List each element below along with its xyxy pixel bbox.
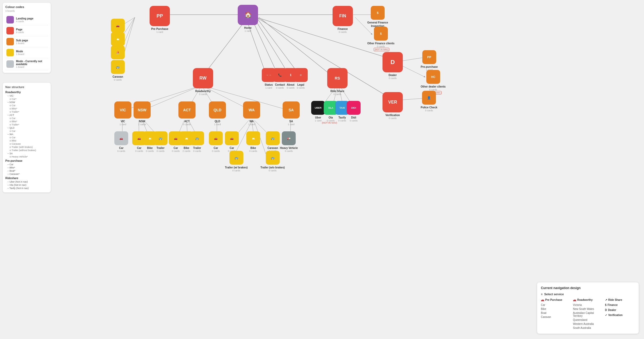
vic-node[interactable]: VIC VIC 1 card [114, 101, 131, 126]
wa-car-label: Car [230, 146, 234, 150]
color-item-page: Page 9 cards [5, 25, 48, 36]
other-dealer-label: Other dealer clients [421, 85, 446, 88]
nsw-bike-label: Bike [147, 146, 153, 150]
legal-count: 0 cards [297, 86, 305, 89]
act-count: 0 cards [183, 123, 191, 126]
taxify-count: 0 cards [338, 119, 346, 122]
nav-panel-columns: 🚗 Pre Purchase Car Bike Boat Caravan 🚗 R… [541, 298, 635, 330]
wa-bike-node[interactable]: 🏍 Bike 0 cards [246, 131, 260, 152]
wa-trailer-nb-node[interactable]: 🚌 Trailer (w/o brakes) 0 cards [260, 151, 285, 172]
wa-trailer-b-node[interactable]: 🚌 Trailer (w/ brakes) 0 cards [225, 151, 248, 172]
vic-label: VIC [121, 120, 125, 123]
sidebar-subtitle: 3 boards [5, 10, 48, 12]
nsw-car-count: 0 cards [135, 150, 143, 152]
dealer-node[interactable]: D Dealer 0 cards [383, 52, 403, 80]
qld-car-node[interactable]: 🚗 Car 0 cards [209, 131, 223, 152]
menu-icon: ≡ [541, 293, 542, 296]
wa-label: WA [249, 120, 254, 123]
home-label: Home [244, 26, 252, 30]
sa-heavy-node[interactable]: 🚛 Heavy Vehicle 0 cards [280, 131, 298, 152]
police-check-label: Police Check [421, 106, 437, 109]
vic-car-icon: 🚗 [114, 131, 128, 145]
landing-count: 4 cards [16, 20, 33, 23]
nav-structure-sidebar: Nav structure Roadworthy – VIC o Car* – … [3, 83, 51, 192]
police-check-icon: 👤 [422, 91, 436, 105]
act-node[interactable]: ACT ACT 0 cards [178, 101, 196, 126]
about-count: 0 cards [287, 86, 295, 89]
mode-na-label: Mode - Currently not available [16, 60, 47, 66]
nav-section-rideshare: Rideshare [5, 177, 48, 180]
didi-count: 0 cards [350, 119, 358, 122]
other-finance-node[interactable]: $ Other Finance clients 0 cards (NOT IN … [367, 27, 395, 51]
finance-count: 0 cards [339, 31, 347, 33]
didi-node[interactable]: DIDI Didi 0 cards [347, 101, 361, 122]
finance-node[interactable]: FIN Finance 0 cards [333, 6, 353, 33]
nav-col-roadworthy: 🚗 Roadworthy Victoria New South Wales Au… [573, 298, 603, 330]
uber-label: Uber [315, 116, 321, 119]
nsw-count: 2 cards [138, 123, 146, 126]
home-count: 1 card [244, 30, 251, 32]
wa-trailer-b-icon: 🚌 [229, 151, 243, 165]
act-trailer-icon: 🚌 [190, 131, 204, 145]
wa-trailer-nb-label: Trailer (w/o brakes) [260, 166, 285, 169]
mode-count: 1 board [16, 53, 24, 56]
legal-label: Legal [297, 83, 304, 86]
pre-purchase-node[interactable]: PP Pre Purchase 1 card [150, 6, 170, 33]
roadworthy-node[interactable]: RW Roadworthy 0 cards [193, 68, 213, 96]
act-icon: ACT [178, 101, 196, 119]
caravan-pp-count: 0 cards [114, 78, 122, 81]
dealer-label: Dealer [389, 73, 397, 77]
verification-count: 0 cards [389, 117, 397, 120]
uber-node[interactable]: UBER Uber 1 card [311, 101, 325, 122]
nsw-trailer-node[interactable]: 🚌 Trailer 0 cards [154, 131, 167, 152]
nsw-trailer-count: 0 cards [157, 150, 165, 152]
pre-purchase-dealer-node[interactable]: PP Pre-purchase 1 card [421, 50, 438, 71]
qld-car-icon: 🚗 [209, 131, 223, 145]
police-check-node[interactable]: 👤 Police Check 0 cards [421, 91, 437, 112]
qld-node[interactable]: QLD QLD 1 card [209, 101, 226, 126]
subpage-label: Sub page [16, 39, 28, 42]
vic-car-node[interactable]: 🚗 Car 6 cards [114, 131, 128, 152]
wa-trailer-nb-icon: 🚌 [266, 151, 280, 165]
wa-caravan-node[interactable]: 🚌 Caravan 2 cards [266, 131, 280, 152]
nav-section-roadworthy: Roadworthy [5, 91, 48, 94]
qld-car-count: 0 cards [212, 150, 220, 152]
mode-swatch [6, 49, 14, 56]
act-car-label: Car [174, 146, 178, 150]
home-node[interactable]: 🏠 Home 1 card [238, 5, 258, 32]
page-label: Page [16, 28, 24, 31]
nsw-node[interactable]: NSW NSW 2 cards [134, 101, 151, 126]
not-in-nav-badge: (NOT IN NAV) [374, 48, 389, 51]
wa-bike-icon: 🏍 [246, 131, 260, 145]
legal-node[interactable]: ≡ Legal 0 cards [294, 68, 308, 89]
sa-node[interactable]: SA SA 1 card [283, 101, 300, 126]
nav-col-rideshare-header: ↗ Ride Share [605, 298, 635, 301]
act-bike-label: Bike [184, 146, 189, 150]
pre-purchase-dealer-icon: PP [422, 50, 436, 64]
ride-share-icon: RS [327, 68, 348, 88]
uber-count: 1 card [315, 119, 321, 122]
wa-car-node[interactable]: 🚗 Car 0 cards [225, 131, 239, 152]
other-dealer-icon: HC [426, 70, 440, 84]
wa-trailer-nb-count: 0 cards [269, 169, 277, 172]
about-label: About [287, 83, 295, 86]
qld-count: 1 card [214, 123, 221, 126]
uber-icon: UBER [311, 101, 325, 115]
wa-icon: WA [243, 101, 260, 119]
ride-share-node[interactable]: RS Ride Share 0 cards [327, 68, 348, 96]
verification-node[interactable]: VER Verification 0 cards [383, 92, 403, 120]
wa-node[interactable]: WA WA 1 card [243, 101, 260, 126]
police-check-count: 0 cards [425, 109, 433, 112]
nav-col-finance-header: $ Finance [605, 303, 635, 306]
wa-bike-label: Bike [250, 146, 256, 150]
mode-na-count: 1 board [16, 66, 47, 68]
act-trailer-node[interactable]: 🚌 Trailer 0 cards [190, 131, 204, 152]
landing-swatch [6, 16, 14, 23]
nav-col-verification-header: ✓ Verification [605, 314, 635, 317]
nav-section-prepurchase: Pre-purchase [5, 159, 48, 162]
pre-purchase-dealer-label: Pre-purchase [421, 65, 438, 69]
dealer-icon: D [383, 52, 403, 72]
caravan-pp-node[interactable]: 🚌 Caravan 0 cards [111, 60, 125, 81]
bike-pp-icon: 🏍 [111, 32, 125, 46]
wa-trailer-b-count: 0 cards [232, 169, 240, 172]
